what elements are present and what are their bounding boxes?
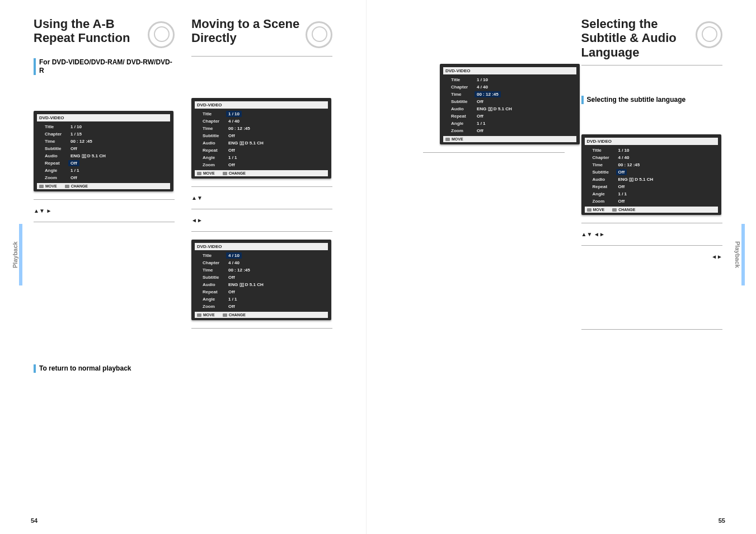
- audio-icon: [195, 282, 200, 288]
- zoom-icon: [443, 128, 449, 134]
- osd-move-title: DVD-VIDEO Title1 / 10 Chapter4 / 40 Time…: [191, 98, 331, 179]
- section-subtitle-audio: Selecting the Subtitle & Audio Language …: [581, 17, 723, 335]
- subheading-select-subtitle: Selecting the subtitle language: [581, 96, 723, 104]
- subtitle-icon: [195, 275, 200, 280]
- chapter-icon: [195, 119, 200, 124]
- angle-icon: [195, 297, 200, 302]
- repeat-icon: [195, 289, 200, 295]
- page-right: DVD-VIDEO Title1 / 10 Chapter4 / 40 Time…: [389, 0, 756, 534]
- subheading-for-dvd: For DVD-VIDEO/DVD-RAM/ DVD-RW/DVD-R: [34, 58, 175, 75]
- clock-icon: [195, 268, 200, 273]
- repeat-icon: [195, 148, 200, 153]
- step-arrows-leftright: ◄►: [581, 254, 723, 260]
- chapter-icon: [195, 260, 200, 266]
- subtitle-icon: [443, 99, 449, 105]
- angle-icon: [585, 191, 590, 196]
- clock-icon: [37, 139, 43, 144]
- chapter-icon: [37, 132, 43, 137]
- audio-icon: [37, 153, 43, 159]
- osd-ab-repeat: DVD-VIDEO Title1 / 10 Chapter1 / 15 Time…: [34, 111, 173, 191]
- osd-selected-value: 1 / 10: [226, 111, 242, 117]
- clock-icon: [585, 162, 590, 167]
- repeat-icon: [585, 184, 590, 189]
- title-icon: [585, 147, 590, 153]
- osd-header: DVD-VIDEO: [585, 138, 718, 145]
- clock-icon: [443, 92, 449, 97]
- page-number-left: 54: [31, 517, 37, 524]
- step-arrows-leftright: ◄►: [191, 217, 332, 223]
- page-left: Using the A-B Repeat Function For DVD-VI…: [0, 0, 367, 534]
- title-icon: [37, 124, 43, 130]
- subtitle-icon: [37, 146, 43, 152]
- zoom-icon: [37, 175, 43, 181]
- audio-icon: [585, 176, 590, 182]
- osd-move-title4: DVD-VIDEO Title4 / 10 Chapter4 / 40 Time…: [191, 240, 331, 320]
- osd-header: DVD-VIDEO: [195, 101, 328, 109]
- section-moving-scene: Moving to a Scene Directly DVD-VIDEO Tit…: [191, 17, 332, 378]
- section-ab-repeat: Using the A-B Repeat Function For DVD-VI…: [34, 17, 175, 378]
- angle-icon: [195, 155, 200, 161]
- angle-icon: [443, 121, 449, 127]
- title-icon: [443, 77, 449, 83]
- repeat-icon: [443, 114, 449, 119]
- osd-selected-value: 4 / 10: [226, 252, 242, 259]
- osd-subtitle: DVD-VIDEO Title1 / 10 Chapter4 / 40 Time…: [581, 134, 721, 215]
- repeat-icon: [37, 161, 43, 166]
- heading-subtitle-audio: Selecting the Subtitle & Audio Language: [581, 17, 723, 59]
- heading-moving-scene: Moving to a Scene Directly: [191, 17, 332, 50]
- audio-icon: [443, 106, 449, 112]
- title-icon: [195, 111, 200, 117]
- step-arrows-updown-leftright: ▲▼ ◄►: [581, 231, 723, 237]
- zoom-icon: [195, 304, 200, 310]
- subtitle-icon: [585, 169, 590, 175]
- angle-icon: [37, 168, 43, 174]
- chapter-icon: [585, 154, 590, 160]
- subheading-return-normal: To return to normal playback: [34, 364, 175, 373]
- title-icon: [195, 253, 200, 259]
- clock-icon: [195, 126, 200, 132]
- page-number-right: 55: [719, 517, 725, 524]
- osd-selected-value: Off: [616, 169, 627, 175]
- osd-header: DVD-VIDEO: [195, 243, 328, 250]
- subtitle-icon: [195, 133, 200, 139]
- heading-ab-repeat: Using the A-B Repeat Function: [34, 17, 175, 50]
- chapter-icon: [443, 85, 449, 90]
- osd-header: DVD-VIDEO: [443, 67, 576, 74]
- zoom-icon: [195, 162, 200, 168]
- section-right-col1: DVD-VIDEO Title1 / 10 Chapter4 / 40 Time…: [423, 17, 565, 335]
- osd-selected-value: 00 : 12 :45: [475, 91, 501, 97]
- osd-header: DVD-VIDEO: [37, 114, 170, 121]
- osd-move-time: DVD-VIDEO Title1 / 10 Chapter4 / 40 Time…: [440, 64, 580, 144]
- osd-selected-value: Off: [68, 160, 79, 166]
- zoom-icon: [585, 198, 590, 204]
- audio-icon: [195, 140, 200, 146]
- step-arrows-updown: ▲▼: [191, 195, 332, 201]
- step-arrows-updown-right: ▲▼ ►: [34, 208, 175, 214]
